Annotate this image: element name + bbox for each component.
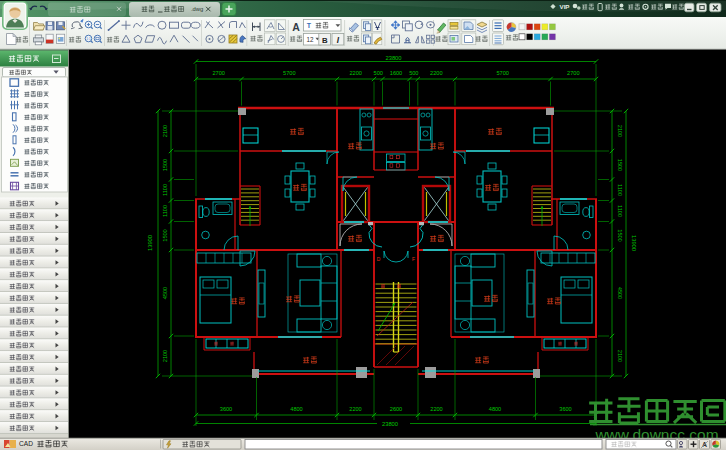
svg-text:3600: 3600 — [559, 406, 571, 412]
svg-text:VIP: VIP — [560, 3, 570, 10]
svg-text:A: A — [292, 21, 300, 33]
svg-text:1500: 1500 — [617, 229, 623, 241]
svg-text:2200: 2200 — [349, 70, 361, 76]
svg-text:2200: 2200 — [349, 406, 361, 412]
svg-text:2100: 2100 — [162, 125, 168, 137]
svg-text:2100: 2100 — [617, 125, 623, 137]
svg-text:4800: 4800 — [290, 406, 302, 412]
svg-text:4800: 4800 — [489, 406, 501, 412]
svg-text:CAD: CAD — [19, 440, 33, 447]
svg-text:2200: 2200 — [430, 406, 442, 412]
svg-text:2700: 2700 — [567, 70, 579, 76]
svg-text:D: D — [377, 256, 381, 262]
svg-text:13900: 13900 — [147, 235, 153, 251]
svg-text:2200: 2200 — [430, 70, 442, 76]
svg-text:500: 500 — [409, 70, 418, 76]
svg-text:1:1: 1:1 — [86, 37, 91, 41]
svg-text:T: T — [307, 22, 312, 29]
svg-text:F: F — [412, 256, 415, 262]
svg-text:1100: 1100 — [617, 184, 623, 196]
svg-text:4500: 4500 — [617, 287, 623, 299]
svg-text:1500: 1500 — [617, 159, 623, 171]
svg-text:2100: 2100 — [162, 350, 168, 362]
svg-text:23800: 23800 — [385, 55, 401, 61]
svg-text:1100: 1100 — [162, 184, 168, 196]
svg-text:5700: 5700 — [283, 70, 295, 76]
svg-text:12: 12 — [306, 36, 314, 43]
svg-text:13900: 13900 — [631, 235, 637, 251]
svg-text:2100: 2100 — [617, 350, 623, 362]
svg-text:2700: 2700 — [212, 70, 224, 76]
svg-text:.dwg: .dwg — [191, 6, 203, 12]
svg-text:5700: 5700 — [496, 70, 508, 76]
svg-text:1100: 1100 — [617, 205, 623, 217]
svg-text:4500: 4500 — [162, 287, 168, 299]
svg-text:23800: 23800 — [382, 421, 398, 427]
svg-text:500: 500 — [374, 70, 383, 76]
svg-text:1600: 1600 — [390, 70, 402, 76]
svg-text:1500: 1500 — [162, 159, 168, 171]
svg-text:2600: 2600 — [390, 406, 402, 412]
svg-text:1500: 1500 — [162, 229, 168, 241]
svg-text:B: B — [322, 36, 328, 45]
svg-text:3600: 3600 — [220, 406, 232, 412]
svg-text:1100: 1100 — [162, 205, 168, 217]
